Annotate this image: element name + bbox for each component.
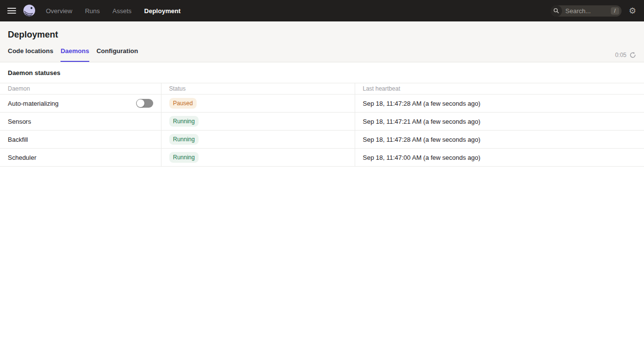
tab-daemons[interactable]: Daemons [60, 47, 89, 62]
last-heartbeat: Sep 18, 11:47:00 AM (a few seconds ago) [363, 154, 481, 161]
dagster-logo [22, 4, 36, 18]
last-heartbeat: Sep 18, 11:47:28 AM (a few seconds ago) [363, 136, 481, 143]
topbar-right: / ⚙ [551, 5, 636, 17]
table-header-row: Daemon Status Last heartbeat [0, 83, 644, 95]
search-shortcut-key: / [611, 7, 619, 15]
page-title: Deployment [8, 21, 636, 47]
table-row: Sensors Running Sep 18, 11:47:21 AM (a f… [0, 113, 644, 131]
status-badge: Running [169, 116, 199, 127]
section-title: Daemon statuses [0, 62, 644, 83]
table-row: Backfill Running Sep 18, 11:47:28 AM (a … [0, 131, 644, 149]
daemon-statuses-table: Daemon Status Last heartbeat Auto-materi… [0, 83, 644, 167]
main-content: Daemon statuses Daemon Status Last heart… [0, 62, 644, 167]
daemon-name: Sensors [8, 118, 31, 125]
daemon-name: Backfill [8, 136, 28, 143]
top-navigation-bar: Overview Runs Assets Deployment / ⚙ [0, 0, 644, 21]
nav-item-runs[interactable]: Runs [82, 5, 102, 17]
gear-icon[interactable]: ⚙ [629, 7, 636, 15]
menu-icon[interactable] [6, 5, 18, 17]
page-header: Deployment Code locations Daemons Config… [0, 21, 644, 62]
last-heartbeat: Sep 18, 11:47:28 AM (a few seconds ago) [363, 100, 481, 107]
refresh-countdown: 0:05 [615, 52, 626, 58]
daemon-name: Auto-materializing [8, 100, 59, 107]
nav-item-assets[interactable]: Assets [110, 5, 135, 17]
search-box[interactable]: / [551, 5, 622, 17]
column-header-last-heartbeat: Last heartbeat [355, 83, 644, 95]
search-icon [551, 5, 562, 17]
primary-nav: Overview Runs Assets Deployment [43, 5, 183, 17]
refresh-icon[interactable] [629, 52, 636, 58]
tabs-row: Code locations Daemons Configuration 0:0… [8, 47, 636, 62]
table-row: Scheduler Running Sep 18, 11:47:00 AM (a… [0, 149, 644, 167]
toggle-knob [137, 99, 144, 107]
search-input[interactable] [565, 7, 606, 15]
tab-configuration[interactable]: Configuration [97, 47, 138, 62]
daemon-toggle[interactable] [136, 99, 153, 108]
tabs: Code locations Daemons Configuration [8, 47, 138, 62]
column-header-daemon: Daemon [0, 83, 161, 95]
nav-item-deployment[interactable]: Deployment [141, 5, 183, 17]
table-row: Auto-materializing Paused Sep 18, 11:47:… [0, 95, 644, 113]
status-badge: Paused [169, 98, 197, 109]
daemon-name: Scheduler [8, 154, 37, 161]
status-badge: Running [169, 152, 199, 163]
refresh-countdown-group: 0:05 [615, 52, 636, 62]
nav-item-overview[interactable]: Overview [43, 5, 75, 17]
column-header-status: Status [161, 83, 355, 95]
last-heartbeat: Sep 18, 11:47:21 AM (a few seconds ago) [363, 118, 481, 125]
tab-code-locations[interactable]: Code locations [8, 47, 53, 62]
status-badge: Running [169, 134, 199, 145]
